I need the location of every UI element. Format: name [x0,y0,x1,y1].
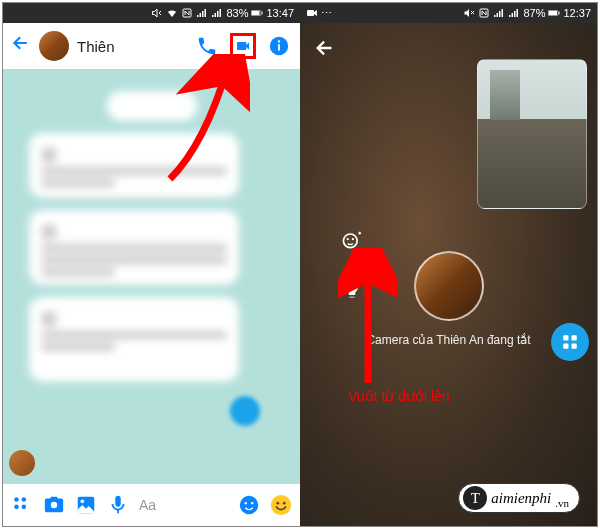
contact-avatar[interactable] [39,31,69,61]
watermark-tld: .vn [555,497,569,509]
watermark-logo: T [463,486,487,510]
video-call-screen: ⋯ 87% 12:37 Came [300,3,597,526]
nfc-icon [181,7,193,19]
svg-point-15 [245,502,247,504]
back-button[interactable] [11,33,31,59]
svg-rect-2 [252,11,260,15]
apps-icon[interactable] [11,494,33,516]
svg-rect-3 [262,12,263,15]
message-bubble[interactable] [29,133,239,198]
mic-icon[interactable] [107,494,129,516]
mute-icon [463,7,475,19]
status-bar-left: 83% 13:47 [3,3,300,23]
watermark: T aimienphi .vn [458,483,580,513]
battery-icon [548,7,560,19]
svg-point-18 [276,502,279,505]
svg-rect-23 [549,11,558,15]
svg-point-10 [22,505,27,510]
like-icon[interactable] [270,494,292,516]
status-bar-right: ⋯ 87% 12:37 [300,3,597,23]
svg-point-6 [278,40,280,42]
lightbulb-button[interactable] [340,278,364,302]
svg-point-25 [343,234,357,248]
like-reaction[interactable] [230,396,260,426]
chat-screen: 83% 13:47 Thiên [3,3,300,526]
gallery-icon[interactable] [75,494,97,516]
clock-right: 12:37 [563,7,591,19]
svg-point-8 [22,497,27,502]
message-bubble[interactable] [29,210,239,285]
self-video-preview[interactable] [477,59,587,209]
svg-rect-29 [572,335,577,340]
svg-rect-5 [278,44,280,50]
message-composer: Aa [3,484,300,526]
svg-point-16 [251,502,253,504]
svg-rect-31 [572,344,577,349]
battery-pct-left: 83% [226,7,248,19]
svg-point-27 [352,238,354,240]
svg-point-26 [347,238,349,240]
sender-avatar [9,450,35,476]
contact-avatar-large [414,251,484,321]
camera-indicator-icon [306,7,318,19]
message-bubble[interactable] [29,297,239,382]
svg-point-17 [271,495,291,515]
svg-point-7 [14,497,19,502]
signal-icon [196,7,208,19]
message-input[interactable]: Aa [139,497,228,513]
watermark-brand: aimienphi [491,490,551,507]
svg-point-13 [81,500,85,504]
svg-point-9 [14,505,19,510]
svg-rect-30 [563,344,568,349]
clock-left: 13:47 [266,7,294,19]
camera-icon[interactable] [43,494,65,516]
effects-column [340,228,364,302]
video-call-button[interactable] [230,33,256,59]
svg-point-11 [51,502,57,508]
signal-icon-2 [508,7,520,19]
signal-icon [493,7,505,19]
wifi-icon [166,7,178,19]
back-button[interactable] [314,37,336,65]
svg-point-14 [240,496,258,514]
swipe-instruction: Vuốt từ dưới lên [348,388,450,404]
svg-rect-20 [307,10,314,16]
info-button[interactable] [266,33,292,59]
emoji-icon[interactable] [238,494,260,516]
effects-smiley-button[interactable] [340,228,364,252]
voice-call-button[interactable] [194,33,220,59]
battery-icon [251,7,263,19]
chat-app-bar: Thiên [3,23,300,69]
apps-grid-button[interactable] [551,323,589,361]
mute-icon [151,7,163,19]
battery-pct-right: 87% [523,7,545,19]
message-bubble[interactable] [107,91,197,121]
contact-name[interactable]: Thiên [77,38,186,55]
nfc-icon [478,7,490,19]
signal-icon-2 [211,7,223,19]
svg-point-19 [283,502,286,505]
svg-rect-28 [563,335,568,340]
svg-rect-24 [559,12,560,15]
